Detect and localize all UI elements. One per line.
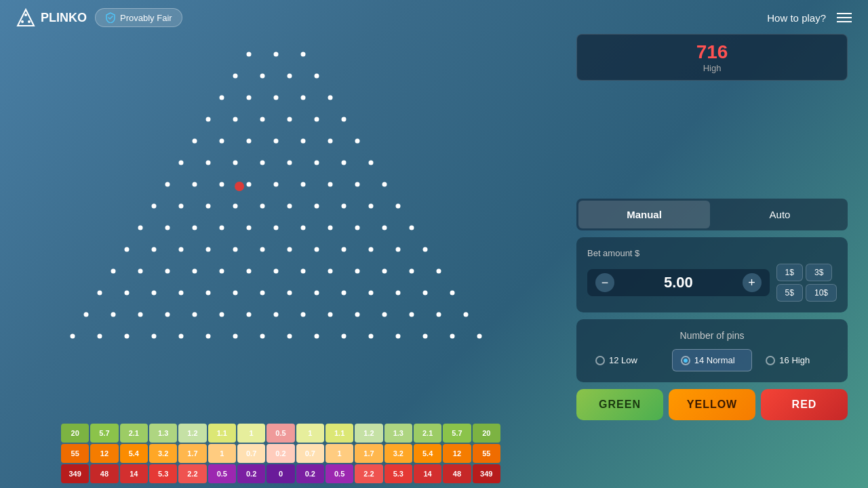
mult-cell: 0.5: [208, 464, 236, 483]
header-left: PLINKO Provably Fair: [16, 8, 182, 27]
pin-option-16high[interactable]: 16 High: [757, 349, 837, 371]
header: PLINKO Provably Fair How to play?: [0, 0, 868, 35]
svg-point-107: [84, 312, 89, 317]
svg-point-30: [206, 161, 211, 165]
svg-point-92: [437, 269, 441, 274]
increase-bet-button[interactable]: +: [743, 273, 762, 292]
svg-point-37: [165, 182, 170, 187]
svg-point-104: [396, 291, 401, 296]
svg-marker-0: [18, 9, 34, 26]
svg-point-8: [260, 74, 265, 79]
quick-bets-row-1: 1$ 3$: [776, 264, 837, 281]
svg-point-108: [111, 312, 116, 317]
svg-point-98: [233, 291, 238, 296]
svg-point-119: [410, 312, 414, 317]
svg-point-22: [193, 139, 197, 144]
svg-point-45: [382, 182, 387, 187]
svg-point-39: [220, 182, 224, 187]
svg-point-10: [315, 74, 319, 79]
svg-point-89: [355, 269, 360, 274]
svg-point-46: [235, 182, 244, 191]
mult-cell: 1: [326, 444, 353, 463]
mult-cell: 1.2: [178, 424, 206, 443]
svg-point-27: [328, 139, 333, 144]
svg-point-93: [98, 291, 102, 296]
how-to-play-link[interactable]: How to play?: [767, 12, 826, 24]
pins-panel: Number of pins 12 Low 14 Normal 16 High: [576, 319, 848, 382]
pin-option-12low[interactable]: 12 Low: [587, 349, 667, 371]
logo-icon: [16, 8, 35, 27]
svg-point-124: [125, 334, 130, 339]
svg-point-91: [410, 269, 414, 274]
quick-bet-3[interactable]: 3$: [806, 264, 832, 281]
svg-point-75: [315, 247, 319, 252]
svg-point-103: [369, 291, 374, 296]
svg-point-95: [152, 291, 157, 296]
radio-16high: [766, 356, 775, 365]
svg-point-65: [355, 226, 360, 230]
green-button[interactable]: GREEN: [576, 389, 663, 420]
svg-point-117: [355, 312, 360, 317]
svg-point-49: [206, 204, 211, 209]
decrease-bet-button[interactable]: −: [595, 273, 614, 292]
red-button[interactable]: RED: [761, 389, 848, 420]
svg-point-52: [288, 204, 292, 209]
mult-cell: 0: [267, 464, 294, 483]
svg-point-134: [396, 334, 401, 339]
provably-fair-badge[interactable]: Provably Fair: [95, 8, 182, 27]
svg-point-38: [193, 182, 197, 187]
mult-cell: 349: [473, 464, 500, 483]
pins-canvas: [20, 41, 495, 407]
bet-label: Bet amount $: [587, 248, 837, 258]
logo-text: PLINKO: [41, 11, 87, 25]
multiplier-row-2: 55125.43.21.710.70.20.711.73.25.41255: [61, 444, 500, 463]
svg-point-67: [410, 226, 414, 230]
mult-cell: 3.2: [149, 444, 177, 463]
mult-cell: 1: [208, 444, 236, 463]
mult-cell: 3.2: [384, 444, 412, 463]
svg-point-110: [165, 312, 170, 317]
svg-point-28: [355, 139, 360, 144]
svg-point-5: [274, 52, 279, 57]
provably-fair-label: Provably Fair: [120, 13, 172, 23]
svg-point-64: [328, 226, 333, 230]
pin-option-12low-label: 12 Low: [609, 355, 637, 365]
mult-cell: 5.4: [414, 444, 441, 463]
svg-point-20: [315, 117, 319, 122]
svg-point-76: [342, 247, 347, 252]
svg-point-3: [28, 20, 31, 23]
svg-point-32: [260, 161, 265, 165]
quick-bet-1[interactable]: 1$: [776, 264, 803, 281]
yellow-button[interactable]: YELLOW: [669, 389, 755, 420]
mult-cell: 0.5: [326, 464, 353, 483]
svg-point-61: [247, 226, 252, 230]
mult-cell: 12: [90, 444, 118, 463]
svg-point-118: [382, 312, 387, 317]
menu-icon[interactable]: [837, 13, 852, 22]
mult-cell: 0.7: [237, 444, 265, 463]
svg-point-81: [138, 269, 143, 274]
svg-point-33: [288, 161, 292, 165]
svg-point-90: [382, 269, 387, 274]
quick-bet-10[interactable]: 10$: [806, 284, 837, 302]
svg-point-44: [355, 182, 360, 187]
mult-cell: 55: [473, 444, 500, 463]
svg-point-29: [179, 161, 184, 165]
quick-bet-5[interactable]: 5$: [776, 284, 803, 302]
pin-option-14normal[interactable]: 14 Normal: [672, 349, 753, 371]
mult-cell: 5.3: [149, 464, 177, 483]
tab-auto[interactable]: Auto: [714, 201, 846, 228]
svg-point-106: [450, 291, 455, 296]
svg-point-82: [165, 269, 170, 274]
svg-point-80: [111, 269, 116, 274]
svg-point-55: [369, 204, 374, 209]
svg-point-71: [206, 247, 211, 252]
svg-point-115: [301, 312, 306, 317]
svg-point-130: [288, 334, 292, 339]
svg-point-111: [193, 312, 197, 317]
tab-manual[interactable]: Manual: [578, 201, 710, 228]
svg-point-99: [260, 291, 265, 296]
mult-cell: 2.2: [355, 464, 382, 483]
mult-cell: 1.3: [149, 424, 177, 443]
svg-point-42: [301, 182, 306, 187]
